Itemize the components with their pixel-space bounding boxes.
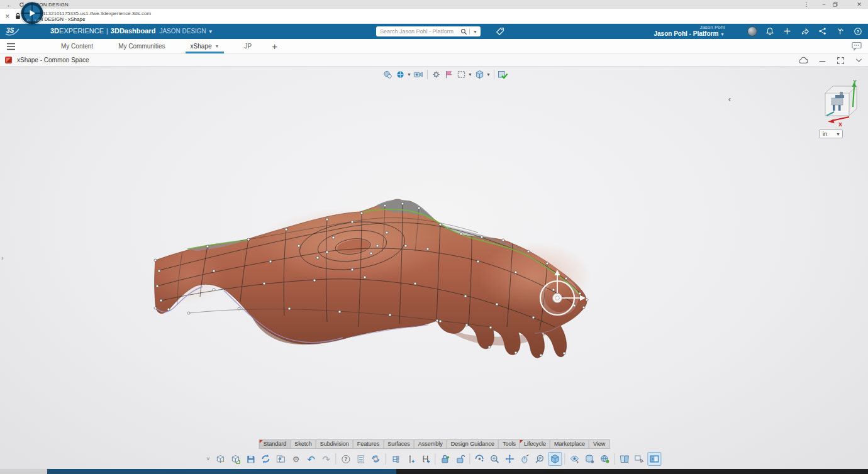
tab-surfaces[interactable]: Surfaces xyxy=(383,439,415,449)
3d-model-canvas[interactable] xyxy=(0,67,868,469)
pan-icon[interactable] xyxy=(503,452,517,466)
minimize-app-icon[interactable] xyxy=(818,57,826,64)
help-circle-icon[interactable]: ? xyxy=(339,452,353,466)
tab-marketplace[interactable]: Marketplace xyxy=(550,439,589,449)
search-input[interactable] xyxy=(376,28,460,35)
open-icon[interactable] xyxy=(229,452,243,466)
dashboard-nav: My Content My Communities xShape▼ JP + xyxy=(0,39,868,54)
compass-icon[interactable]: 3D V+R xyxy=(21,2,43,25)
constraint-icon[interactable] xyxy=(419,452,433,466)
tenant-name[interactable]: JASON DESIGN xyxy=(159,28,206,35)
nav-tab-jp[interactable]: JP xyxy=(231,39,264,53)
axis-y-label: Y xyxy=(853,79,857,85)
url-text[interactable]: https://r1132101175335-us1-ifwe.3dexperi… xyxy=(26,11,152,16)
search-box[interactable]: ▼ xyxy=(376,26,481,36)
rotate-view-icon[interactable] xyxy=(473,452,487,466)
add-tab-button[interactable]: + xyxy=(272,41,277,52)
web-globe-icon[interactable] xyxy=(598,452,612,466)
close-tab-icon[interactable]: ✕ xyxy=(5,13,10,19)
chevron-down-icon[interactable]: ▼ xyxy=(468,72,472,77)
camera-view-icon[interactable] xyxy=(413,69,424,80)
zoom-area-icon[interactable]: P xyxy=(533,452,547,466)
add-plus-icon[interactable] xyxy=(782,26,793,36)
lock-icon[interactable] xyxy=(438,452,452,466)
render-style-icon[interactable] xyxy=(382,69,393,80)
screen-split-icon[interactable] xyxy=(648,452,662,466)
zoom-icon[interactable] xyxy=(488,452,502,466)
tag-icon[interactable] xyxy=(496,27,504,36)
window-titlebar: ← JASON DESIGN ⋮ − ✕ xyxy=(0,0,868,9)
help-icon[interactable]: ? xyxy=(852,26,863,36)
assistant-wand-icon[interactable] xyxy=(835,26,845,36)
sync-icon[interactable] xyxy=(259,452,273,466)
expand-app-icon[interactable] xyxy=(837,57,845,65)
insert-axis-icon[interactable] xyxy=(404,452,418,466)
user-menu[interactable]: Jason Pohl Jason Pohl - Platform ▼ xyxy=(654,25,725,38)
3d-viewport[interactable]: ▼ ▼ ▼ ‹ › xyxy=(0,67,868,469)
tab-subdivision[interactable]: Subdivision xyxy=(316,439,353,449)
collapse-app-icon[interactable] xyxy=(855,57,863,63)
spec-tree-icon[interactable] xyxy=(354,452,368,466)
save-icon[interactable] xyxy=(244,452,258,466)
nav-tab-my-communities[interactable]: My Communities xyxy=(106,39,177,53)
view-cube-widget[interactable]: Y X xyxy=(821,78,862,127)
panel-collapse-chevron[interactable]: ‹ xyxy=(725,93,735,104)
back-icon[interactable]: ← xyxy=(6,1,13,8)
catalog-book-icon[interactable] xyxy=(618,452,632,466)
comments-icon[interactable] xyxy=(852,41,862,51)
settings-gear-icon[interactable]: ⚙ xyxy=(289,452,303,466)
database-icon[interactable] xyxy=(583,452,597,466)
nav-tab-my-content[interactable]: My Content xyxy=(48,39,106,53)
new-content-icon[interactable] xyxy=(214,452,228,466)
search-icon[interactable] xyxy=(460,28,467,35)
validate-check-icon[interactable] xyxy=(498,69,508,80)
shading-mode-icon[interactable] xyxy=(548,452,562,466)
section-flag-icon[interactable] xyxy=(443,69,454,80)
minimize-icon[interactable]: − xyxy=(815,1,833,8)
tab-sketch[interactable]: Sketch xyxy=(290,439,316,449)
subdivision-model[interactable] xyxy=(151,199,591,358)
3ds-logo[interactable]: 3S xyxy=(4,26,19,37)
import-export-icon[interactable] xyxy=(274,452,288,466)
view-cube-icon[interactable] xyxy=(474,69,485,80)
svg-text:3S: 3S xyxy=(6,27,14,34)
unlock-icon[interactable] xyxy=(453,452,467,466)
view-visibility-icon[interactable] xyxy=(395,69,406,80)
chevron-down-icon[interactable]: ▼ xyxy=(407,72,411,77)
share-nodes-icon[interactable] xyxy=(817,26,828,36)
units-dropdown[interactable]: in ▼ xyxy=(819,130,843,138)
update-refresh-icon[interactable] xyxy=(369,452,383,466)
toolbar-collapse-chevron[interactable]: ˅ xyxy=(206,456,209,462)
design-tree-icon[interactable] xyxy=(389,452,403,466)
search-options-caret-icon[interactable]: ▼ xyxy=(470,30,481,34)
undo-icon[interactable]: ↶ xyxy=(304,452,318,466)
chevron-down-icon[interactable]: ▼ xyxy=(208,29,213,35)
lock-icon xyxy=(15,13,21,19)
chevron-down-icon: ▼ xyxy=(720,32,725,36)
redo-icon[interactable]: ↷ xyxy=(320,452,333,466)
hide-show-icon[interactable] xyxy=(568,452,582,466)
kebab-menu-icon[interactable]: ⋮ xyxy=(798,1,815,8)
hamburger-menu-icon[interactable] xyxy=(6,43,16,50)
restore-icon[interactable] xyxy=(833,2,850,7)
tab-view[interactable]: View xyxy=(589,439,609,449)
notifications-bell-icon[interactable] xyxy=(764,26,775,36)
tab-assembly[interactable]: Assembly xyxy=(414,439,447,449)
share-arrow-icon[interactable] xyxy=(799,26,810,36)
left-panel-expander[interactable]: › xyxy=(1,253,10,263)
tab-design-guidance[interactable]: Design Guidance xyxy=(447,439,499,449)
nav-tab-xshape[interactable]: xShape▼ xyxy=(178,39,232,53)
avatar[interactable] xyxy=(747,26,757,36)
tab-tools[interactable]: Tools xyxy=(498,439,520,449)
platform-header: 3S 3DEXPERIENCE|3DDashboardJASON DESIGN▼… xyxy=(0,24,868,39)
tab-lifecycle[interactable]: Lifecycle xyxy=(520,439,550,449)
tab-features[interactable]: Features xyxy=(353,439,384,449)
mouse-gesture-icon[interactable] xyxy=(518,452,532,466)
update-icon[interactable] xyxy=(431,69,442,80)
tab-standard[interactable]: Standard xyxy=(259,439,291,449)
close-icon[interactable]: ✕ xyxy=(850,1,868,8)
touch-mode-icon[interactable] xyxy=(633,452,647,466)
chevron-down-icon[interactable]: ▼ xyxy=(486,72,491,77)
cloud-icon[interactable] xyxy=(799,57,808,64)
selection-frame-icon[interactable] xyxy=(456,69,467,80)
